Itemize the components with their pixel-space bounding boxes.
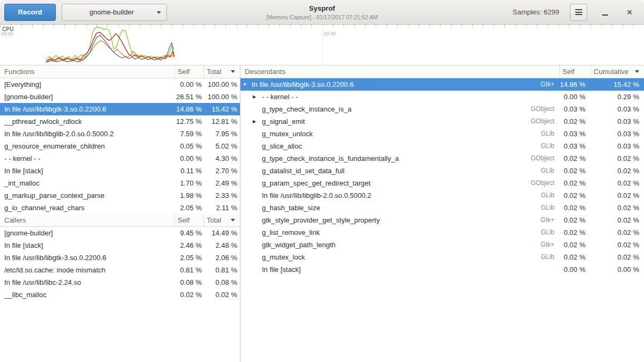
descendant-row[interactable]: ▶- - kernel - -0.00 %0.29 % <box>240 91 644 103</box>
self-column-header[interactable]: Self <box>174 214 203 226</box>
total-column-header[interactable]: Total <box>203 214 240 226</box>
self-column-header[interactable]: Self <box>559 65 590 78</box>
caller-row[interactable]: __libc_malloc0.02 %0.02 % <box>0 289 240 301</box>
descendant-row[interactable]: In file /usr/lib/libglib-2.0.so.0.5000.2… <box>240 189 644 202</box>
caller-row[interactable]: [gnome-builder]9.45 %14.49 % <box>0 227 240 239</box>
expand-arrow-icon[interactable]: ▶ <box>253 115 261 128</box>
minimize-button[interactable] <box>598 5 612 19</box>
descendant-row[interactable]: g_mutex_unlockGLib0.03 %0.03 % <box>240 128 644 140</box>
function-name: g_type_check_instance_is_fundamentally_a <box>261 152 399 165</box>
cpu-graph[interactable]: CPU 00:00 00:30 <box>0 25 644 65</box>
callers-table: [gnome-builder]9.45 %14.49 %In file [sta… <box>0 227 240 362</box>
row-total-value: 100.00 % <box>203 91 240 103</box>
function-name: g_mutex_lock <box>261 251 305 263</box>
functions-table: [Everything]0.00 %100.00 %[gnome-builder… <box>0 78 240 214</box>
function-row[interactable]: __pthread_rwlock_rdlock12.75 %12.81 % <box>0 115 240 128</box>
descendant-row[interactable]: g_list_remove_linkGLib0.02 %0.02 % <box>240 226 644 239</box>
total-column-label: Total <box>207 65 221 78</box>
row-self-value: 0.00 % <box>559 263 590 276</box>
function-row[interactable]: [Everything]0.00 %100.00 % <box>0 78 240 91</box>
row-name-cell: g_slice_alloc <box>240 140 517 152</box>
menu-button[interactable] <box>570 4 587 21</box>
function-row[interactable]: [gnome-builder]26.51 %100.00 % <box>0 91 240 103</box>
caller-row[interactable]: /etc/ld.so.cache: inode mismatch0.81 %0.… <box>0 264 240 276</box>
function-name: g_mutex_unlock <box>261 128 313 140</box>
row-self-value: 0.02 % <box>559 165 590 177</box>
self-column-header[interactable]: Self <box>174 65 203 78</box>
descendant-row[interactable]: ▼In file /usr/lib/libgtk-3.so.0.2200.6Gt… <box>240 78 644 91</box>
descendant-row[interactable]: g_slice_allocGLib0.03 %0.03 % <box>240 140 644 152</box>
row-self-value: 7.59 % <box>174 128 203 140</box>
row-cumulative-value: 0.02 % <box>590 152 644 165</box>
library-label: GObject <box>517 152 559 165</box>
row-self-value: 2.05 % <box>174 202 203 214</box>
descendant-row[interactable]: g_mutex_lockGLib0.02 %0.02 % <box>240 251 644 263</box>
row-self-value: 0.02 % <box>559 239 590 251</box>
process-selector-dropdown[interactable]: gnome-builder <box>62 4 167 21</box>
collapse-arrow-icon[interactable]: ▼ <box>243 78 251 91</box>
row-self-value: 0.02 % <box>559 202 590 214</box>
library-label: GObject <box>517 115 559 128</box>
sort-indicator-icon <box>635 70 639 73</box>
record-button[interactable]: Record <box>4 4 56 21</box>
function-row[interactable]: - - kernel - -0.00 %4.30 % <box>0 152 240 165</box>
function-row[interactable]: In file /usr/lib/libgtk-3.so.0.2200.614.… <box>0 103 240 115</box>
descendant-row[interactable]: g_hash_table_sizeGLib0.02 %0.02 % <box>240 202 644 214</box>
row-name-cell: gtk_widget_path_length <box>240 239 517 251</box>
row-name: In file /usr/lib/libglib-2.0.so.0.5000.2 <box>0 128 174 140</box>
caller-row[interactable]: In file /usr/lib/libc-2.24.so0.08 %0.08 … <box>0 276 240 289</box>
descendant-row[interactable]: ▶g_signal_emitGObject0.02 %0.03 % <box>240 115 644 128</box>
total-column-header[interactable]: Total <box>203 65 240 78</box>
close-icon: × <box>626 7 632 17</box>
descendant-row[interactable]: In file [stack]0.00 %0.00 % <box>240 263 644 276</box>
function-row[interactable]: g_resource_enumerate_children0.05 %5.02 … <box>0 140 240 152</box>
library-label: GLib <box>517 189 559 202</box>
descendant-row[interactable]: g_param_spec_get_redirect_targetGObject0… <box>240 177 644 189</box>
row-total-value: 2.33 % <box>203 189 240 202</box>
function-row[interactable]: In file [stack]0.11 %2.70 % <box>0 165 240 177</box>
expand-arrow-icon[interactable]: ▶ <box>253 91 261 103</box>
descendant-row[interactable]: gtk_widget_path_lengthGtk+0.02 %0.02 % <box>240 239 644 251</box>
function-row[interactable]: In file /usr/lib/libglib-2.0.so.0.5000.2… <box>0 128 240 140</box>
row-self-value: 0.00 % <box>559 91 590 103</box>
row-name: g_markup_parse_context_parse <box>0 189 174 202</box>
callers-column-header[interactable]: Callers <box>0 214 174 226</box>
row-total-value: 0.02 % <box>203 289 240 301</box>
function-row[interactable]: g_markup_parse_context_parse1.98 %2.33 % <box>0 189 240 202</box>
function-name: g_list_remove_link <box>261 226 320 239</box>
row-self-value: 14.86 % <box>559 78 590 91</box>
cumulative-column-header[interactable]: Cumulative <box>590 65 644 78</box>
row-self-value: 9.45 % <box>174 227 203 239</box>
row-name: [Everything] <box>0 78 174 91</box>
row-cumulative-value: 0.02 % <box>590 214 644 226</box>
functions-column-header[interactable]: Functions <box>0 65 174 78</box>
function-row[interactable]: g_io_channel_read_chars2.05 %2.11 % <box>0 202 240 214</box>
row-cumulative-value: 0.02 % <box>590 189 644 202</box>
chevron-down-icon <box>157 11 161 14</box>
app-title: Sysprof <box>266 4 378 13</box>
descendant-row[interactable]: g_type_check_instance_is_aGObject0.03 %0… <box>240 103 644 115</box>
caller-row[interactable]: In file /usr/lib/libgtk-3.so.0.2200.62.0… <box>0 252 240 264</box>
titlebox: Sysprof [Memory Capture] - 01/17/2017 07… <box>266 4 378 21</box>
header-right: Samples: 6299 × <box>513 4 636 21</box>
close-button[interactable]: × <box>623 5 636 19</box>
row-self-value: 12.75 % <box>174 115 203 128</box>
row-name-cell: ▶- - kernel - - <box>240 91 517 103</box>
row-name-cell: g_type_check_instance_is_a <box>240 103 517 115</box>
function-row[interactable]: _int_malloc1.70 %2.49 % <box>0 177 240 189</box>
row-name-cell: g_mutex_unlock <box>240 128 517 140</box>
row-self-value: 0.81 % <box>174 264 203 276</box>
library-label: GObject <box>517 177 559 189</box>
descendant-row[interactable]: g_datalist_id_set_data_fullGLib0.02 %0.0… <box>240 165 644 177</box>
function-name: g_signal_emit <box>261 115 305 128</box>
descendant-row[interactable]: g_type_check_instance_is_fundamentally_a… <box>240 152 644 165</box>
row-name-cell: g_hash_table_size <box>240 202 517 214</box>
row-name: In file /usr/lib/libc-2.24.so <box>0 276 174 289</box>
caller-row[interactable]: In file [stack]2.46 %2.48 % <box>0 239 240 252</box>
descendants-column-header[interactable]: Descendants <box>240 65 559 78</box>
row-self-value: 0.11 % <box>174 165 203 177</box>
descendant-row[interactable]: gtk_style_provider_get_style_propertyGtk… <box>240 214 644 226</box>
gridline-30s <box>322 25 323 65</box>
descendants-table: ▼In file /usr/lib/libgtk-3.so.0.2200.6Gt… <box>240 78 644 362</box>
row-total-value: 0.08 % <box>203 276 240 289</box>
